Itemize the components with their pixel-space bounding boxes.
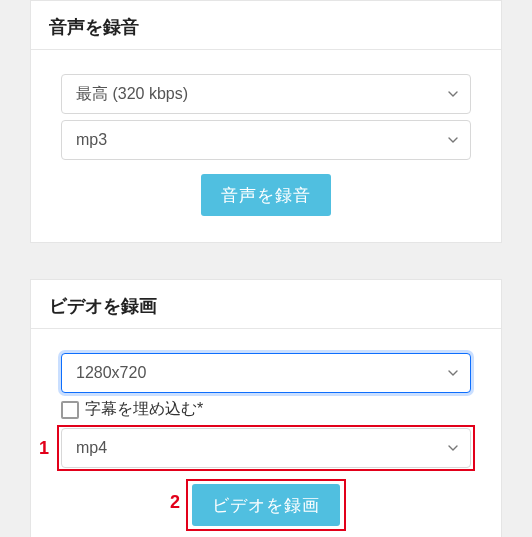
- video-card-header: ビデオを録画: [31, 280, 501, 329]
- annotation-number-1: 1: [39, 438, 49, 459]
- embed-subtitles-checkbox[interactable]: [61, 401, 79, 419]
- audio-quality-value: 最高 (320 kbps): [76, 84, 188, 105]
- video-resolution-select[interactable]: 1280x720: [61, 353, 471, 393]
- video-format-select[interactable]: mp4: [61, 428, 471, 468]
- video-format-value: mp4: [76, 439, 107, 457]
- annotation-number-2: 2: [170, 492, 180, 513]
- audio-card-header: 音声を録音: [31, 1, 501, 50]
- audio-card-title: 音声を録音: [49, 15, 483, 39]
- audio-format-select[interactable]: mp3: [61, 120, 471, 160]
- audio-format-value: mp3: [76, 131, 107, 149]
- video-card-title: ビデオを録画: [49, 294, 483, 318]
- audio-record-card: 音声を録音 最高 (320 kbps) mp3 音声を録音: [30, 0, 502, 243]
- record-video-button[interactable]: ビデオを録画: [192, 484, 340, 526]
- video-resolution-value: 1280x720: [76, 364, 146, 382]
- embed-subtitles-label: 字幕を埋め込む*: [85, 399, 203, 420]
- embed-subtitles-row: 字幕を埋め込む*: [61, 399, 471, 420]
- record-audio-button[interactable]: 音声を録音: [201, 174, 331, 216]
- video-record-card: ビデオを録画 1280x720 字幕を埋め込む* mp4: [30, 279, 502, 537]
- audio-quality-select[interactable]: 最高 (320 kbps): [61, 74, 471, 114]
